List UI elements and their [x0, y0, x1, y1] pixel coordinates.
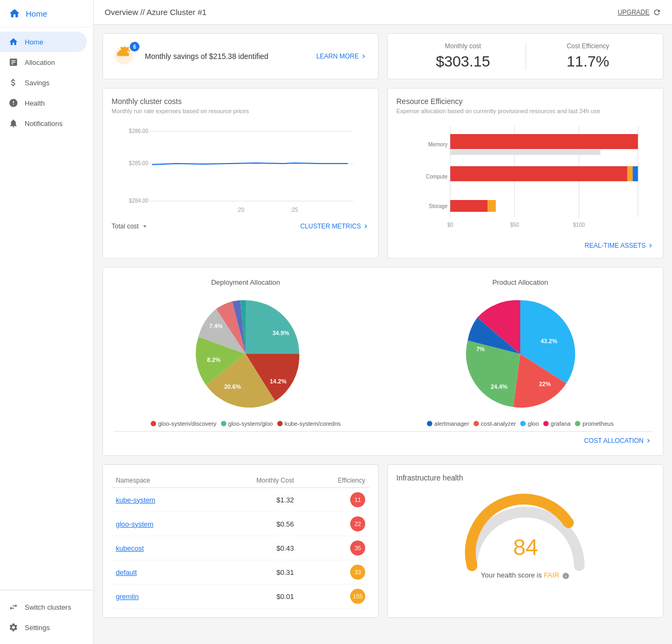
legend-item-cost-analyzer: cost-analyzer [474, 420, 516, 427]
table-row: kube-system $1.32 11 [112, 488, 370, 512]
upgrade-button[interactable]: UPGRADE [618, 8, 661, 17]
svg-text:14.2%: 14.2% [270, 378, 286, 384]
learn-more-link[interactable]: LEARN MORE [316, 53, 367, 60]
sidebar-item-home[interactable]: Home [0, 32, 87, 52]
sidebar-logo[interactable]: Home [0, 0, 93, 27]
sidebar-item-savings[interactable]: Savings [0, 72, 87, 93]
legend-dot-gloo-prod [520, 421, 526, 426]
efficiency-label: Cost Efficiency [526, 42, 651, 50]
svg-text:22%: 22% [539, 381, 551, 387]
deployment-pie: 34.9% 14.2% 20.6% 8.2% 7.4% [187, 295, 305, 413]
legend-item-discovery: gloo-system/discovery [151, 420, 217, 427]
health-score-quality: FAIR [544, 571, 559, 579]
gauge-svg: 84 [461, 491, 590, 576]
legend-dot-prometheus [575, 421, 580, 426]
ns-link-gremlin[interactable]: gremlin [116, 593, 139, 601]
svg-rect-25 [451, 200, 488, 212]
sidebar-bottom: Switch clusters Settings [0, 590, 93, 644]
monthly-cost-metric: Monthly cost $303.15 [401, 42, 526, 70]
sidebar-item-savings-label: Savings [25, 79, 49, 87]
svg-text::25: :25 [291, 207, 298, 213]
table-row: gremlin $0.01 155 [112, 584, 370, 609]
sidebar-item-notifications-label: Notifications [25, 120, 63, 128]
gear-icon [9, 623, 18, 632]
svg-text:$285.00: $285.00 [129, 160, 149, 166]
real-time-assets-link[interactable]: REAL-TIME ASSETS [585, 236, 654, 249]
savings-icon-wrap: 6 [114, 45, 136, 68]
savings-card: 6 Monthly savings of $215.38 identified … [102, 33, 379, 79]
legend-item-gloo: gloo [520, 420, 539, 427]
ns-efficiency: 155 [298, 584, 370, 609]
svg-text:$0: $0 [447, 222, 454, 228]
product-legend: alertmanager cost-analyzer gloo gra [427, 420, 614, 427]
ns-link-default[interactable]: default [116, 568, 137, 576]
svg-rect-20 [451, 134, 638, 149]
svg-text:$284.00: $284.00 [129, 198, 149, 204]
svg-text::20: :20 [237, 207, 245, 213]
allocation-card: Deployment Allocation [102, 267, 663, 456]
ns-link-gloo-system[interactable]: gloo-system [116, 520, 153, 528]
legend-dot-cost-analyzer [474, 421, 479, 426]
svg-text:7%: 7% [476, 346, 485, 352]
svg-text:34.9%: 34.9% [272, 330, 289, 336]
sidebar-logo-label: Home [26, 9, 47, 18]
main-content: Overview // Azure Cluster #1 UPGRADE [94, 0, 672, 644]
resource-efficiency-card: Resource Efficiency Expense allocation b… [387, 88, 663, 258]
bar-chart-svg: $0 $50 $100 Memory Compute Storage [396, 121, 654, 233]
svg-rect-21 [451, 150, 601, 155]
monthly-cost-value: $303.15 [401, 53, 526, 70]
total-cost-dropdown[interactable]: Total cost [112, 223, 149, 230]
savings-badge: 6 [130, 42, 139, 51]
line-chart-area: $286.00 $285.00 $284.00 :20 :25 [112, 121, 370, 217]
main-header: Overview // Azure Cluster #1 UPGRADE [94, 0, 672, 25]
namespace-table: Namespace Monthly Cost Efficiency kube-s… [112, 473, 370, 609]
monthly-cost-label: Monthly cost [401, 42, 526, 50]
sidebar-item-health-label: Health [25, 99, 45, 107]
ns-cost: $0.43 [207, 536, 298, 560]
ns-link-kubecost[interactable]: kubecost [116, 544, 144, 552]
dropdown-icon [141, 223, 149, 230]
col-namespace: Namespace [112, 473, 207, 488]
svg-text:Storage: Storage [429, 203, 447, 209]
svg-text:43.2%: 43.2% [541, 338, 557, 344]
chevron-right-icon2 [362, 223, 370, 230]
legend-item-gloo: gloo-system/gloo [221, 420, 273, 427]
deployment-allocation: Deployment Allocation [114, 278, 378, 427]
sidebar-item-health[interactable]: Health [0, 93, 87, 113]
sidebar-item-switch-clusters[interactable]: Switch clusters [0, 597, 87, 617]
legend-item-grafana: grafana [543, 420, 571, 427]
legend-dot-alertmanager [427, 421, 432, 426]
upgrade-label: UPGRADE [618, 9, 649, 16]
sidebar-item-notifications[interactable]: Notifications [0, 113, 87, 134]
sidebar-item-settings[interactable]: Settings [0, 617, 87, 638]
cost-allocation-link[interactable]: COST ALLOCATION [584, 437, 652, 445]
health-card-title: Infrastructure health [396, 473, 654, 482]
deployment-alloc-title: Deployment Allocation [114, 278, 378, 286]
legend-dot-coredns [277, 421, 283, 426]
table-row: default $0.31 33 [112, 560, 370, 584]
health-icon [9, 98, 18, 108]
svg-text:Memory: Memory [428, 142, 447, 147]
cluster-metrics-link[interactable]: CLUSTER METRICS [300, 223, 370, 230]
sidebar: Home Home Allocation Savings Health Noti… [0, 0, 94, 644]
chart-footer: Total cost CLUSTER METRICS [112, 223, 370, 230]
sidebar-item-allocation[interactable]: Allocation [0, 52, 87, 72]
svg-text:$286.00: $286.00 [129, 128, 149, 134]
legend-item-prometheus: prometheus [575, 420, 614, 427]
ns-link-kube-system[interactable]: kube-system [116, 496, 156, 504]
savings-left: 6 Monthly savings of $215.38 identified [114, 45, 268, 68]
sidebar-item-switch-label: Switch clusters [25, 603, 71, 611]
deployment-legend: gloo-system/discovery gloo-system/gloo k… [151, 420, 341, 427]
ns-efficiency: 35 [298, 536, 370, 560]
product-pie: 43.2% 22% 24.4% 7% [461, 295, 579, 413]
refresh-icon [653, 8, 661, 17]
ns-cost: $0.56 [207, 512, 298, 536]
legend-dot-grafana [543, 421, 549, 426]
chevron-right-icon4 [645, 437, 652, 445]
resource-efficiency-title: Resource Efficiency [396, 97, 654, 106]
health-card: Infrastructure health 84 Your health sco… [387, 464, 663, 618]
resource-efficiency-subtitle: Expense allocation based on currently pr… [396, 108, 654, 114]
ns-efficiency: 33 [298, 560, 370, 584]
svg-text:$50: $50 [510, 222, 519, 228]
top-row: 6 Monthly savings of $215.38 identified … [102, 33, 663, 79]
